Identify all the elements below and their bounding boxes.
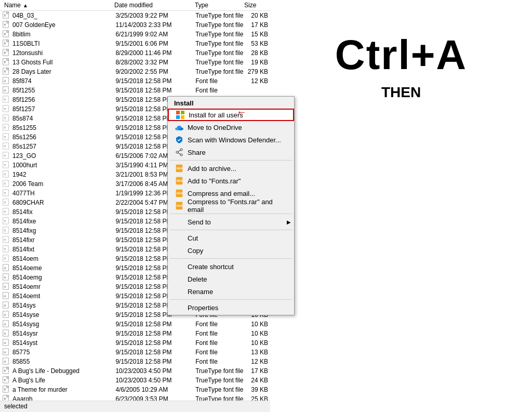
svg-rect-87 bbox=[7, 377, 9, 379]
file-type: TrueType font file bbox=[195, 59, 244, 66]
svg-text:T: T bbox=[4, 238, 6, 242]
file-name: 8514fixr bbox=[12, 236, 115, 244]
file-name: 11S0BLTI bbox=[12, 40, 115, 47]
menu-item-install-all-users[interactable]: Install for all users bbox=[168, 109, 294, 121]
menu-item-copy[interactable]: Copy bbox=[168, 244, 294, 257]
menu-item-share[interactable]: Share bbox=[168, 146, 294, 158]
rar-icon-1: RAR bbox=[174, 163, 184, 174]
right-panel: Ctrl+A THEN bbox=[270, 0, 532, 412]
menu-item-cut[interactable]: Cut bbox=[168, 232, 294, 244]
col-header-size[interactable]: Size bbox=[244, 2, 270, 9]
file-date: 11/14/2003 2:33 PM bbox=[115, 21, 195, 29]
svg-text:T: T bbox=[4, 23, 6, 26]
file-name: 85775 bbox=[12, 349, 115, 356]
table-row[interactable]: A 8514sysr9/15/2018 12:58 PMFont file10 … bbox=[0, 329, 270, 338]
svg-point-106 bbox=[176, 151, 178, 153]
file-icon: T bbox=[2, 236, 10, 244]
table-row[interactable]: T 8bitlim6/21/1999 9:02 AMTrueType font … bbox=[0, 30, 270, 39]
svg-rect-13 bbox=[7, 49, 9, 51]
menu-item-delete[interactable]: Delete bbox=[168, 273, 294, 285]
defender-icon bbox=[174, 135, 184, 145]
menu-item-add-fonts-rar[interactable]: RAR Add to "Fonts.rar" bbox=[168, 175, 294, 187]
table-row[interactable]: A 858559/15/2018 12:58 PMFont file12 KB bbox=[0, 357, 270, 366]
svg-rect-19 bbox=[7, 68, 9, 70]
then-label: THEN bbox=[381, 84, 421, 101]
status-bar: selected bbox=[0, 401, 270, 412]
file-icon: T bbox=[2, 58, 10, 67]
file-date: 9/15/2001 6:06 PM bbox=[115, 40, 195, 47]
menu-item-add-archive[interactable]: RAR Add to archive... bbox=[168, 162, 294, 175]
menu-item-send-to[interactable]: Send to bbox=[168, 216, 294, 228]
file-name: 8514oemg bbox=[12, 274, 115, 281]
file-icon: A bbox=[2, 320, 10, 328]
file-name: 007 GoldenEye bbox=[12, 21, 115, 29]
file-size: 10 KB bbox=[244, 330, 270, 337]
table-row[interactable]: T 007 GoldenEye11/14/2003 2:33 PMTrueTyp… bbox=[0, 20, 270, 30]
file-type: TrueType font file bbox=[195, 367, 244, 375]
table-row[interactable]: T 04B_03_3/25/2003 9:22 PMTrueType font … bbox=[0, 11, 270, 20]
file-date: 10/23/2003 4:50 PM bbox=[115, 377, 195, 384]
separator-3 bbox=[170, 230, 292, 230]
separator-1 bbox=[170, 160, 292, 161]
file-icon: T bbox=[2, 11, 10, 20]
table-row[interactable]: A 85f8749/15/2018 12:58 PMFont file12 KB bbox=[0, 76, 270, 86]
file-size: 12 KB bbox=[244, 77, 270, 85]
svg-text:T: T bbox=[4, 135, 6, 139]
table-row[interactable]: A 8514syst9/15/2018 12:58 PMFont file10 … bbox=[0, 338, 270, 348]
table-row[interactable]: A 857759/15/2018 12:58 PMFont file13 KB bbox=[0, 348, 270, 357]
menu-item-onedrive[interactable]: Move to OneDrive bbox=[168, 121, 294, 134]
rar-icon-4: RAR bbox=[174, 201, 184, 211]
table-row[interactable]: T 28 Days Later9/20/2002 2:55 PMTrueType… bbox=[0, 67, 270, 76]
file-name: 8514sysg bbox=[12, 321, 115, 328]
delete-icon bbox=[174, 274, 184, 284]
file-icon: T bbox=[2, 105, 10, 113]
col-header-type[interactable]: Type bbox=[195, 2, 244, 9]
svg-rect-98 bbox=[176, 111, 180, 114]
file-date: 9/15/2018 12:58 PM bbox=[115, 349, 195, 356]
svg-text:T: T bbox=[4, 126, 6, 129]
file-date: 8/28/2002 3:32 PM bbox=[115, 59, 195, 66]
file-type: Font file bbox=[195, 358, 244, 365]
rename-icon bbox=[174, 286, 184, 297]
file-icon: T bbox=[2, 124, 10, 132]
send-to-icon bbox=[174, 217, 184, 227]
file-name: 85f874 bbox=[12, 77, 115, 85]
table-row[interactable]: T A Bug's Life10/23/2003 4:50 PMTrueType… bbox=[0, 376, 270, 385]
file-type: TrueType font file bbox=[195, 49, 244, 57]
menu-item-defender[interactable]: Scan with Windows Defender... bbox=[168, 134, 294, 146]
file-icon: T bbox=[2, 376, 10, 384]
file-name: 8514fixg bbox=[12, 227, 115, 234]
file-type: Font file bbox=[195, 339, 244, 347]
col-header-name[interactable]: Name ▲ bbox=[0, 2, 114, 9]
table-row[interactable]: T a Theme for murder4/6/2005 10:29 AMTru… bbox=[0, 385, 270, 394]
file-name: 85855 bbox=[12, 358, 115, 365]
table-row[interactable]: T 13 Ghosts Full8/28/2002 3:32 PMTrueTyp… bbox=[0, 58, 270, 67]
svg-text:T: T bbox=[4, 191, 6, 195]
separator-5 bbox=[170, 299, 292, 300]
svg-line-108 bbox=[178, 150, 180, 152]
file-icon: T bbox=[2, 217, 10, 225]
file-icon: T bbox=[2, 142, 10, 151]
file-icon: T bbox=[2, 114, 10, 123]
table-row[interactable]: A 8514sysg9/15/2018 12:58 PMFont file10 … bbox=[0, 320, 270, 329]
col-header-date[interactable]: Date modified bbox=[114, 2, 195, 9]
file-name: 8514oem bbox=[12, 255, 115, 262]
menu-item-rename[interactable]: Rename bbox=[168, 285, 294, 298]
properties-icon bbox=[174, 302, 184, 313]
svg-text:RAR: RAR bbox=[177, 192, 183, 195]
table-row[interactable]: T 12tonsushi8/29/2000 11:46 PMTrueType f… bbox=[0, 48, 270, 58]
table-row[interactable]: A 85f12559/15/2018 12:58 PMFont file bbox=[0, 86, 270, 95]
menu-item-create-shortcut[interactable]: Create shortcut bbox=[168, 260, 294, 273]
rar-icon-2: RAR bbox=[174, 176, 184, 186]
menu-item-compress-fonts-email[interactable]: RAR Compress to "Fonts.rar" and email bbox=[168, 200, 294, 212]
table-row[interactable]: T 11S0BLTI9/15/2001 6:06 PMTrueType font… bbox=[0, 39, 270, 48]
svg-text:T: T bbox=[4, 98, 6, 101]
table-row[interactable]: T A Bug's Life - Debugged10/23/2003 4:50… bbox=[0, 366, 270, 376]
file-icon: A bbox=[2, 348, 10, 356]
file-size: 10 KB bbox=[244, 339, 270, 347]
file-name: 28 Days Later bbox=[12, 68, 115, 75]
menu-item-properties[interactable]: Properties bbox=[168, 301, 294, 314]
file-type: TrueType font file bbox=[195, 21, 244, 29]
svg-text:T: T bbox=[4, 201, 6, 204]
file-size: 53 KB bbox=[244, 40, 270, 47]
